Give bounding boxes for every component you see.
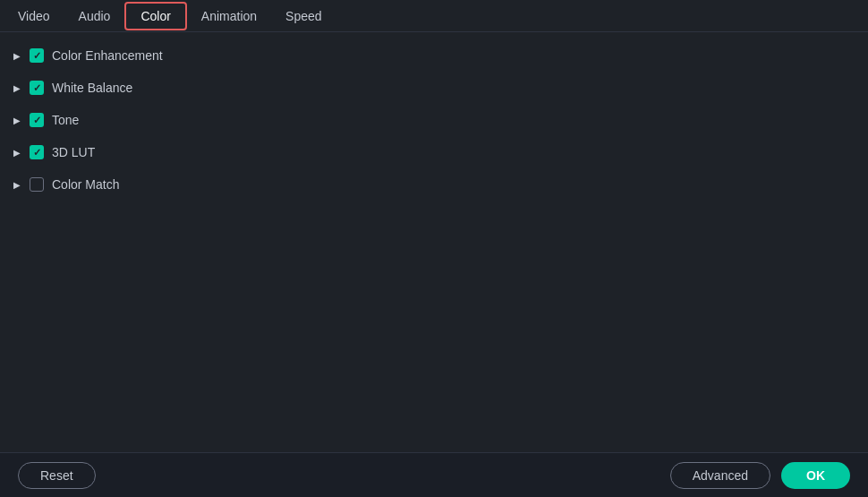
nav-item-speed[interactable]: Speed [271, 2, 336, 30]
chevron-icon-3d-lut: ▶ [11, 146, 23, 159]
nav-label-video: Video [18, 9, 50, 23]
section-row-color-match[interactable]: ▶ Color Match [0, 168, 868, 201]
bottom-bar: Reset Advanced OK [0, 452, 868, 497]
checkbox-checked-color-enhancement [30, 48, 44, 63]
chevron-icon-white-balance: ▶ [11, 81, 23, 94]
checkbox-checked-tone [30, 113, 44, 127]
ok-button[interactable]: OK [781, 462, 850, 489]
checkbox-checked-white-balance [30, 81, 44, 95]
nav-label-speed: Speed [285, 9, 321, 23]
checkbox-color-enhancement[interactable] [29, 47, 45, 64]
nav-bar: Video Audio Color Animation Speed [0, 0, 868, 32]
nav-item-color[interactable]: Color [124, 2, 186, 30]
chevron-icon-color-enhancement: ▶ [11, 49, 23, 62]
chevron-icon-tone: ▶ [11, 114, 23, 126]
checkbox-tone[interactable] [29, 112, 45, 128]
advanced-button[interactable]: Advanced [670, 462, 770, 489]
section-row-color-enhancement[interactable]: ▶ Color Enhancement [0, 39, 868, 72]
chevron-icon-color-match: ▶ [11, 178, 23, 191]
section-label-color-match: Color Match [52, 177, 119, 192]
bottom-right-buttons: Advanced OK [670, 462, 850, 489]
section-label-color-enhancement: Color Enhancement [52, 48, 163, 63]
nav-label-audio: Audio [79, 9, 111, 23]
nav-label-animation: Animation [201, 9, 257, 23]
checkbox-3d-lut[interactable] [29, 144, 45, 160]
section-row-white-balance[interactable]: ▶ White Balance [0, 72, 868, 104]
checkbox-checked-3d-lut [30, 145, 44, 159]
main-content: ▶ Color Enhancement ▶ White Balance ▶ To… [0, 32, 868, 208]
section-label-3d-lut: 3D LUT [52, 145, 95, 159]
nav-item-animation[interactable]: Animation [187, 2, 271, 30]
section-row-tone[interactable]: ▶ Tone [0, 104, 868, 136]
section-label-tone: Tone [52, 113, 79, 127]
reset-button[interactable]: Reset [18, 462, 96, 489]
section-row-3d-lut[interactable]: ▶ 3D LUT [0, 136, 868, 168]
nav-item-audio[interactable]: Audio [64, 2, 125, 30]
checkbox-unchecked-color-match [30, 177, 44, 192]
nav-label-color: Color [140, 9, 170, 23]
section-label-white-balance: White Balance [52, 81, 132, 95]
nav-item-video[interactable]: Video [4, 2, 64, 30]
checkbox-color-match[interactable] [29, 176, 45, 193]
checkbox-white-balance[interactable] [29, 80, 45, 96]
